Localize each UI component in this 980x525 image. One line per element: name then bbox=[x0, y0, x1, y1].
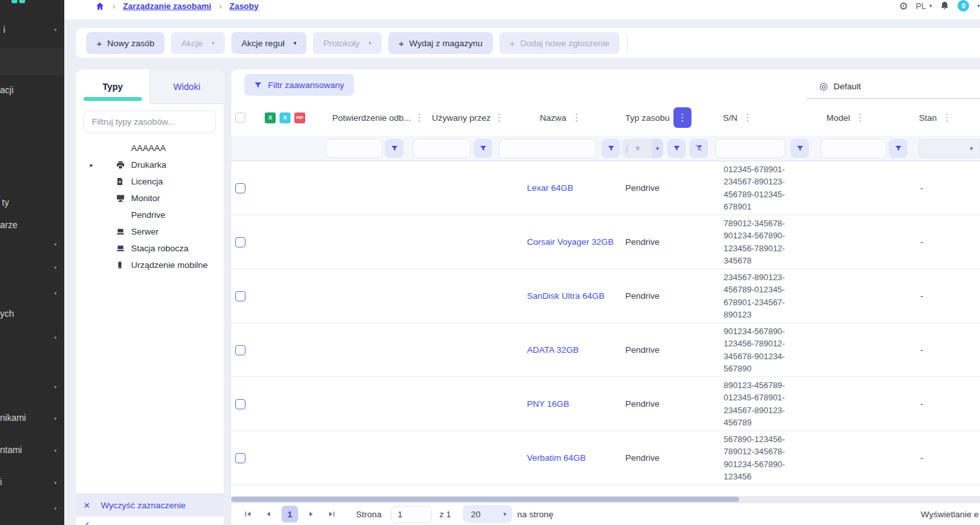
column-menu-icon[interactable]: ⋮ bbox=[854, 107, 867, 128]
sidebar-item-fragment[interactable]: arze bbox=[0, 220, 17, 230]
column-header[interactable]: Typ zasobu ⋮ bbox=[618, 100, 712, 136]
breadcrumb-link-zasoby[interactable]: Zasoby bbox=[229, 1, 259, 11]
sidebar-item-fragment[interactable]: ych bbox=[0, 308, 14, 319]
sidebar-item-fragment[interactable]: acji bbox=[0, 85, 13, 95]
asset-name-link[interactable]: SanDisk Ultra 64GB bbox=[527, 291, 605, 301]
column-header[interactable]: Model ⋮ bbox=[814, 100, 913, 136]
tree-item[interactable]: ▸ Drukarka bbox=[76, 156, 224, 173]
toolbar-button[interactable]: + Akcje ▾ bbox=[171, 32, 225, 54]
column-menu-icon[interactable]: ⋮ bbox=[570, 107, 583, 128]
stan-filter-select[interactable]: ▾ bbox=[918, 139, 980, 158]
tree-item[interactable]: ▸ AAAAAA bbox=[76, 139, 224, 156]
chevron-down-icon[interactable]: ▾ bbox=[54, 448, 57, 454]
sidebar-item-fragment[interactable]: nikami bbox=[0, 413, 26, 423]
asset-name-link[interactable]: PNY 16GB bbox=[527, 399, 569, 409]
export-xlsx-icon[interactable]: X bbox=[265, 112, 276, 123]
asset-name-link[interactable]: Verbatim 64GB bbox=[527, 453, 586, 463]
sidebar-item-fragment[interactable]: ty bbox=[2, 197, 9, 208]
row-checkbox[interactable] bbox=[235, 453, 245, 463]
table-row[interactable]: Verbatim 64GB Pendrive 567890-123456-789… bbox=[231, 431, 980, 485]
filter-input-uzywany-przez[interactable] bbox=[413, 139, 470, 158]
column-menu-icon[interactable]: ⋮ bbox=[673, 107, 691, 128]
clear-value-icon[interactable]: × bbox=[635, 143, 640, 153]
last-page-button[interactable] bbox=[324, 506, 339, 522]
funnel-filter-icon[interactable] bbox=[790, 139, 809, 158]
breadcrumb-link-zarzadzanie[interactable]: Zarządzanie zasobami bbox=[123, 1, 211, 11]
filter-input-potwierdzenie[interactable] bbox=[326, 139, 382, 158]
home-icon[interactable] bbox=[95, 1, 105, 11]
sidebar-item-fragment[interactable]: i bbox=[3, 24, 5, 35]
tab-typy[interactable]: Typy bbox=[76, 69, 150, 104]
clear-filter-funnel-icon[interactable] bbox=[690, 139, 708, 158]
next-page-button[interactable] bbox=[303, 506, 319, 522]
column-header[interactable]: S/N ⋮ bbox=[712, 100, 814, 136]
chevron-down-icon[interactable]: ▾ bbox=[54, 384, 57, 390]
toolbar-button[interactable]: + Nowy zasób ▾ bbox=[86, 32, 165, 54]
column-menu-icon[interactable]: ⋮ bbox=[941, 107, 954, 128]
notifications-bell-icon[interactable] bbox=[940, 1, 950, 11]
chevron-down-icon[interactable]: ▾ bbox=[54, 265, 57, 271]
partial-bottom-row[interactable]: ✓ bbox=[76, 517, 224, 525]
table-row[interactable]: SanDisk Ultra 64GB Pendrive 234567-89012… bbox=[231, 269, 980, 323]
column-header[interactable]: Nazwa ⋮ bbox=[496, 100, 618, 136]
toolbar-button[interactable]: + Wydaj z magazynu ▾ bbox=[388, 32, 493, 54]
row-checkbox[interactable] bbox=[235, 237, 245, 247]
tree-item[interactable]: ▸ Pendrive bbox=[76, 206, 224, 223]
chevron-down-icon[interactable]: ▾ bbox=[54, 27, 57, 33]
filter-input-model[interactable] bbox=[821, 139, 887, 158]
asset-name-link[interactable]: ADATA 32GB bbox=[527, 345, 579, 355]
filter-input-sn[interactable] bbox=[715, 139, 785, 158]
previous-page-button[interactable] bbox=[261, 506, 276, 522]
column-menu-icon[interactable]: ⋮ bbox=[742, 107, 754, 128]
funnel-filter-icon[interactable] bbox=[385, 139, 404, 158]
sidebar-item-fragment[interactable]: ntami bbox=[0, 445, 22, 455]
advanced-filter-button[interactable]: Filtr zaawansowany bbox=[244, 74, 354, 96]
view-selector[interactable]: ◎ Default bbox=[806, 74, 980, 99]
column-header[interactable]: Używany przez ⋮ bbox=[410, 100, 496, 136]
toolbar-button[interactable]: + Akcje reguł ▾ bbox=[231, 32, 307, 54]
tab-widoki[interactable]: Widoki bbox=[150, 69, 224, 104]
language-selector[interactable]: PL ▾ bbox=[916, 1, 932, 11]
chevron-down-icon[interactable]: ▾ bbox=[54, 335, 57, 341]
funnel-filter-icon[interactable] bbox=[601, 139, 620, 158]
toolbar-button[interactable]: + Protokoły ▾ bbox=[313, 32, 382, 54]
filter-input-nazwa[interactable] bbox=[499, 139, 596, 158]
settings-gear-icon[interactable]: ⚙ bbox=[899, 0, 908, 12]
chevron-down-icon[interactable]: ▾ bbox=[977, 3, 980, 9]
table-row[interactable]: 456789-012345- bbox=[231, 485, 980, 496]
typ-zasobu-filter-combo[interactable]: | × ▾ bbox=[622, 139, 663, 158]
column-header[interactable]: Potwierdzenie odb... ⋮ bbox=[325, 100, 410, 136]
row-checkbox[interactable] bbox=[235, 345, 245, 355]
tree-item[interactable]: ▸ Licencja bbox=[76, 173, 224, 190]
chevron-down-icon[interactable]: ▾ bbox=[54, 242, 57, 247]
current-page-button[interactable]: 1 bbox=[281, 506, 298, 522]
horizontal-scrollbar-thumb[interactable] bbox=[231, 497, 739, 502]
select-all-checkbox[interactable] bbox=[235, 112, 245, 123]
export-pdf-icon[interactable]: PDF bbox=[294, 112, 305, 123]
funnel-filter-icon[interactable] bbox=[667, 139, 686, 158]
chevron-down-icon[interactable]: ▾ bbox=[54, 480, 57, 486]
tree-filter-input[interactable] bbox=[84, 111, 216, 133]
row-checkbox[interactable] bbox=[235, 399, 245, 409]
toolbar-button[interactable]: + Dodaj nowe zgłoszenie ▾ bbox=[499, 32, 620, 54]
first-page-button[interactable] bbox=[240, 506, 256, 522]
chevron-down-icon[interactable]: ▾ bbox=[652, 139, 663, 158]
funnel-filter-icon[interactable] bbox=[474, 139, 492, 158]
export-csv-icon[interactable]: X bbox=[280, 112, 290, 123]
per-page-select[interactable]: 20 ▾ bbox=[463, 505, 512, 523]
page-number-input[interactable] bbox=[391, 506, 432, 523]
expand-caret-icon[interactable]: ▸ bbox=[90, 161, 102, 168]
table-row[interactable]: ADATA 32GB Pendrive 901234-567890-123456… bbox=[231, 323, 980, 377]
chevron-down-icon[interactable]: ▾ bbox=[54, 290, 57, 296]
sidebar-active-item[interactable] bbox=[0, 48, 64, 75]
funnel-filter-icon[interactable] bbox=[889, 139, 907, 158]
tree-item[interactable]: ▸ Monitor bbox=[76, 190, 224, 206]
table-row[interactable]: Lexar 64GB Pendrive 012345-678901-234567… bbox=[231, 161, 980, 215]
asset-name-link[interactable]: Corsair Voyager 32GB bbox=[527, 237, 614, 247]
tree-item[interactable]: ▸ Serwer bbox=[76, 223, 224, 240]
notification-count-badge[interactable]: 0 bbox=[958, 0, 969, 12]
column-header[interactable]: Stan ⋮ bbox=[913, 100, 980, 136]
chevron-down-icon[interactable]: ▾ bbox=[54, 506, 57, 512]
asset-name-link[interactable]: Lexar 64GB bbox=[527, 183, 573, 193]
tree-item[interactable]: ▸ Stacja robocza bbox=[76, 240, 224, 256]
